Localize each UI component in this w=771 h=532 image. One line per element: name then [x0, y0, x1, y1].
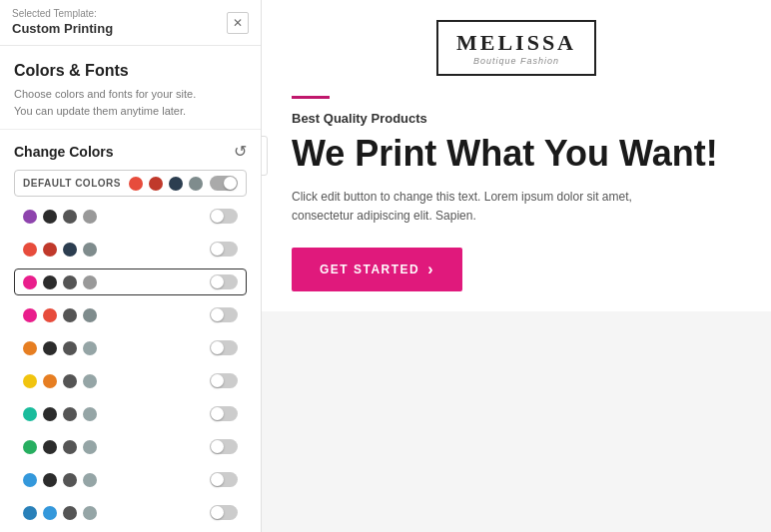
color-dot — [43, 275, 57, 289]
toggle-knob — [211, 308, 224, 321]
cta-arrow: › — [427, 261, 434, 278]
hero-desc: Click edit button to change this text. L… — [292, 188, 671, 226]
default-palette-colors — [129, 177, 206, 191]
color-dot — [23, 407, 37, 421]
color-dot — [129, 177, 143, 191]
palette-row-green[interactable] — [14, 433, 247, 460]
color-dot — [63, 210, 77, 224]
color-dot — [23, 506, 37, 520]
pink-active-toggle[interactable] — [210, 274, 238, 289]
color-dot — [83, 308, 97, 322]
pink-active-palette-colors — [23, 275, 100, 289]
color-dot — [83, 341, 97, 355]
palette-row-teal[interactable] — [14, 400, 247, 427]
palette-row-red-dark[interactable] — [14, 236, 247, 263]
color-dot — [83, 473, 97, 487]
yellow-toggle[interactable] — [210, 373, 238, 388]
toggle-knob — [211, 341, 224, 354]
red-palette-colors — [23, 243, 100, 257]
red-toggle[interactable] — [210, 242, 238, 257]
color-dot — [43, 210, 57, 224]
palette-row-default[interactable]: DEFAULT COLORS — [14, 170, 247, 197]
refresh-colors-button[interactable]: ↺ — [234, 144, 247, 160]
palette-row-orange[interactable] — [14, 334, 247, 361]
toggle-knob — [211, 506, 224, 519]
accent-line — [292, 96, 330, 99]
orange-toggle[interactable] — [210, 340, 238, 355]
palette-row-pink-light[interactable] — [14, 301, 247, 328]
teal-palette-colors — [23, 407, 100, 421]
default-label: DEFAULT COLORS — [23, 178, 121, 189]
color-dot — [23, 275, 37, 289]
hero-subtitle: Best Quality Products — [292, 111, 427, 126]
pink-light-toggle[interactable] — [210, 307, 238, 322]
colors-fonts-title: Colors & Fonts — [14, 62, 247, 80]
cyan-toggle[interactable] — [210, 472, 238, 487]
color-dot — [43, 473, 57, 487]
color-dot — [83, 407, 97, 421]
cta-label: GET STARTED — [320, 263, 419, 276]
cyan-palette-colors — [23, 473, 100, 487]
color-dot — [63, 308, 77, 322]
toggle-knob — [224, 177, 237, 190]
preview-content: MELISSA Boutique Fashion Best Quality Pr… — [262, 0, 771, 311]
color-dot — [83, 506, 97, 520]
color-dot — [83, 275, 97, 289]
pink-light-palette-colors — [23, 308, 100, 322]
right-wrapper: MELISSA Boutique Fashion Best Quality Pr… — [262, 0, 771, 532]
color-dot — [63, 243, 77, 257]
right-panel: MELISSA Boutique Fashion Best Quality Pr… — [262, 0, 771, 311]
palette-row-pink-active[interactable] — [14, 268, 247, 295]
toggle-knob — [211, 243, 224, 256]
change-colors-header: Change Colors ↺ — [14, 144, 247, 160]
close-template-button[interactable]: ✕ — [227, 12, 249, 34]
cta-button[interactable]: GET STARTED › — [292, 248, 462, 291]
color-dot — [43, 374, 57, 388]
brand-tagline: Boutique Fashion — [456, 56, 576, 66]
color-dot — [43, 341, 57, 355]
purple-palette-colors — [23, 210, 100, 224]
change-colors-section: Change Colors ↺ DEFAULT COLORS — [0, 130, 261, 532]
color-dot — [63, 275, 77, 289]
collapse-panel-button[interactable]: ‹ — [262, 136, 268, 176]
color-dot — [83, 210, 97, 224]
brand-name: MELISSA — [456, 30, 576, 56]
default-toggle[interactable] — [210, 176, 238, 191]
color-dot — [63, 374, 77, 388]
purple-toggle[interactable] — [210, 209, 238, 224]
color-dot — [43, 308, 57, 322]
color-dot — [83, 440, 97, 454]
color-dot — [43, 243, 57, 257]
blue-toggle[interactable] — [210, 505, 238, 520]
selected-template-name: Custom Printing — [12, 21, 113, 36]
color-dot — [23, 473, 37, 487]
color-dot — [63, 407, 77, 421]
color-dot — [23, 341, 37, 355]
toggle-knob — [211, 374, 224, 387]
colors-fonts-desc: Choose colors and fonts for your site.Yo… — [14, 86, 247, 119]
yellow-palette-colors — [23, 374, 100, 388]
color-dot — [63, 473, 77, 487]
color-dot — [23, 308, 37, 322]
left-panel: Selected Template: Custom Printing ✕ Col… — [0, 0, 262, 532]
toggle-knob — [211, 440, 224, 453]
palette-row-cyan[interactable] — [14, 466, 247, 493]
green-palette-colors — [23, 440, 100, 454]
palette-row-blue[interactable] — [14, 499, 247, 526]
color-dot — [169, 177, 183, 191]
blue-palette-colors — [23, 506, 100, 520]
brand-logo: MELISSA Boutique Fashion — [436, 20, 596, 76]
color-dot — [83, 374, 97, 388]
teal-toggle[interactable] — [210, 406, 238, 421]
color-dot — [23, 374, 37, 388]
color-dot — [63, 341, 77, 355]
toggle-knob — [211, 473, 224, 486]
selected-template-bar: Selected Template: Custom Printing ✕ — [0, 0, 261, 46]
palette-row-purple[interactable] — [14, 203, 247, 230]
green-toggle[interactable] — [210, 439, 238, 454]
toggle-knob — [211, 275, 224, 288]
palette-row-yellow[interactable] — [14, 367, 247, 394]
hero-title: We Print What You Want! — [292, 134, 718, 174]
color-dot — [63, 440, 77, 454]
color-dot — [43, 506, 57, 520]
